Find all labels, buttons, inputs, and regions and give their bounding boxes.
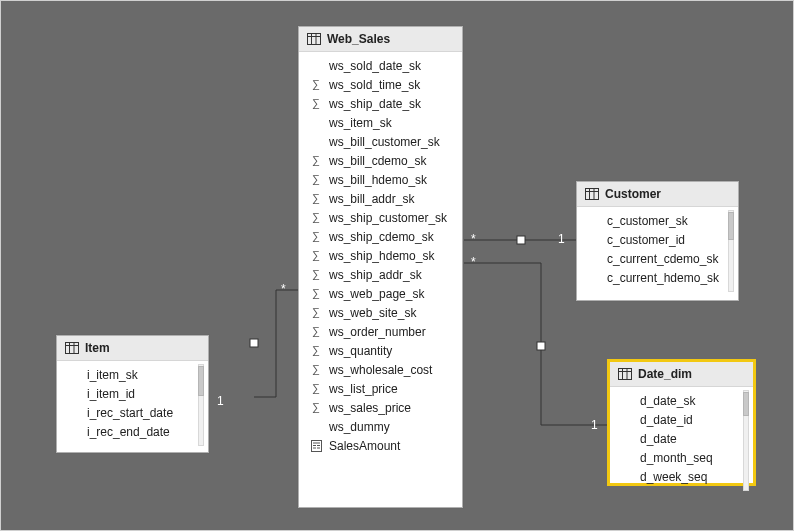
svg-rect-0 bbox=[66, 343, 79, 354]
table-title: Item bbox=[85, 341, 110, 355]
rel-handle-websales-datedim[interactable] bbox=[537, 342, 545, 350]
sigma-icon: ∑ bbox=[309, 98, 323, 109]
table-header-customer[interactable]: Customer bbox=[577, 182, 738, 207]
cardinality-one-customer: 1 bbox=[558, 232, 565, 246]
field-row[interactable]: d_date_id bbox=[610, 410, 753, 429]
field-row[interactable]: ∑ws_bill_hdemo_sk bbox=[299, 170, 462, 189]
field-name: d_date_id bbox=[640, 413, 693, 427]
field-row[interactable]: ws_item_sk bbox=[299, 113, 462, 132]
field-row[interactable]: ∑ws_quantity bbox=[299, 341, 462, 360]
field-row[interactable]: c_customer_sk bbox=[577, 211, 738, 230]
field-name: i_item_id bbox=[87, 387, 135, 401]
scrollbar[interactable] bbox=[196, 364, 206, 446]
table-customer[interactable]: Customer c_customer_skc_customer_idc_cur… bbox=[576, 181, 739, 301]
scrollbar[interactable] bbox=[726, 210, 736, 292]
field-name: ws_wholesale_cost bbox=[329, 363, 432, 377]
table-icon bbox=[618, 368, 632, 380]
field-row[interactable]: ws_dummy bbox=[299, 417, 462, 436]
table-title: Customer bbox=[605, 187, 661, 201]
field-name: ws_list_price bbox=[329, 382, 398, 396]
field-name: ws_ship_cdemo_sk bbox=[329, 230, 434, 244]
cardinality-many-date: * bbox=[471, 255, 476, 269]
rel-item-websales[interactable] bbox=[254, 290, 298, 397]
sigma-icon: ∑ bbox=[309, 307, 323, 318]
field-name: ws_sold_time_sk bbox=[329, 78, 420, 92]
sigma-icon: ∑ bbox=[309, 288, 323, 299]
table-web-sales[interactable]: Web_Sales ws_sold_date_sk∑ws_sold_time_s… bbox=[298, 26, 463, 508]
sigma-icon: ∑ bbox=[309, 193, 323, 204]
rel-handle-item-websales[interactable] bbox=[250, 339, 258, 347]
sigma-icon: ∑ bbox=[309, 155, 323, 166]
field-name: ws_ship_date_sk bbox=[329, 97, 421, 111]
field-row[interactable]: i_item_id bbox=[57, 384, 208, 403]
cardinality-many-customer: * bbox=[471, 232, 476, 246]
field-row[interactable]: ∑ws_ship_date_sk bbox=[299, 94, 462, 113]
table-body-date-dim: d_date_skd_date_idd_dated_month_seqd_wee… bbox=[610, 387, 753, 494]
field-row[interactable]: ∑ws_order_number bbox=[299, 322, 462, 341]
table-header-item[interactable]: Item bbox=[57, 336, 208, 361]
field-name: ws_bill_hdemo_sk bbox=[329, 173, 427, 187]
field-row[interactable]: ∑ws_wholesale_cost bbox=[299, 360, 462, 379]
table-item[interactable]: Item i_item_ski_item_idi_rec_start_datei… bbox=[56, 335, 209, 453]
sigma-icon: ∑ bbox=[309, 231, 323, 242]
field-name: c_current_hdemo_sk bbox=[607, 271, 719, 285]
rel-handle-websales-customer[interactable] bbox=[517, 236, 525, 244]
field-row[interactable]: c_current_cdemo_sk bbox=[577, 249, 738, 268]
field-name: ws_web_page_sk bbox=[329, 287, 424, 301]
scrollbar[interactable] bbox=[741, 390, 751, 491]
field-row[interactable]: ∑ws_list_price bbox=[299, 379, 462, 398]
cardinality-one-item: 1 bbox=[217, 394, 224, 408]
table-body-web-sales: ws_sold_date_sk∑ws_sold_time_sk∑ws_ship_… bbox=[299, 52, 462, 463]
field-row[interactable]: ∑ws_ship_addr_sk bbox=[299, 265, 462, 284]
field-row[interactable]: ∑ws_sales_price bbox=[299, 398, 462, 417]
calculator-icon bbox=[309, 440, 323, 452]
cardinality-many-item: * bbox=[281, 282, 286, 296]
field-row[interactable]: c_customer_id bbox=[577, 230, 738, 249]
svg-rect-4 bbox=[308, 34, 321, 45]
field-row[interactable]: i_item_sk bbox=[57, 365, 208, 384]
field-row[interactable]: i_rec_end_date bbox=[57, 422, 208, 441]
field-name: i_rec_start_date bbox=[87, 406, 173, 420]
sigma-icon: ∑ bbox=[309, 383, 323, 394]
field-name: d_week_seq bbox=[640, 470, 707, 484]
field-name: ws_item_sk bbox=[329, 116, 392, 130]
field-row[interactable]: d_week_seq bbox=[610, 467, 753, 486]
field-row[interactable]: ∑ws_sold_time_sk bbox=[299, 75, 462, 94]
sigma-icon: ∑ bbox=[309, 79, 323, 90]
table-body-item: i_item_ski_item_idi_rec_start_datei_rec_… bbox=[57, 361, 208, 449]
table-title: Web_Sales bbox=[327, 32, 390, 46]
sigma-icon: ∑ bbox=[309, 345, 323, 356]
field-row[interactable]: ∑ws_ship_hdemo_sk bbox=[299, 246, 462, 265]
table-date-dim[interactable]: Date_dim d_date_skd_date_idd_dated_month… bbox=[609, 361, 754, 484]
field-name: ws_ship_addr_sk bbox=[329, 268, 422, 282]
field-row[interactable]: ∑ws_bill_cdemo_sk bbox=[299, 151, 462, 170]
field-row[interactable]: i_rec_start_date bbox=[57, 403, 208, 422]
field-row[interactable]: d_date_sk bbox=[610, 391, 753, 410]
field-row[interactable]: SalesAmount bbox=[299, 436, 462, 455]
sigma-icon: ∑ bbox=[309, 364, 323, 375]
field-row[interactable]: ws_sold_date_sk bbox=[299, 56, 462, 75]
field-row[interactable]: ∑ws_web_site_sk bbox=[299, 303, 462, 322]
svg-rect-18 bbox=[619, 369, 632, 380]
table-header-web-sales[interactable]: Web_Sales bbox=[299, 27, 462, 52]
field-row[interactable]: ∑ws_ship_customer_sk bbox=[299, 208, 462, 227]
sigma-icon: ∑ bbox=[309, 250, 323, 261]
field-row[interactable]: d_month_seq bbox=[610, 448, 753, 467]
table-body-customer: c_customer_skc_customer_idc_current_cdem… bbox=[577, 207, 738, 295]
field-name: ws_web_site_sk bbox=[329, 306, 416, 320]
model-canvas[interactable]: * 1 * 1 * 1 Item i_item_ski_item_idi_rec… bbox=[0, 0, 794, 531]
sigma-icon: ∑ bbox=[309, 174, 323, 185]
table-icon bbox=[585, 188, 599, 200]
table-icon bbox=[307, 33, 321, 45]
field-row[interactable]: ∑ws_web_page_sk bbox=[299, 284, 462, 303]
field-row[interactable]: d_date bbox=[610, 429, 753, 448]
field-row[interactable]: ws_bill_customer_sk bbox=[299, 132, 462, 151]
field-name: ws_ship_hdemo_sk bbox=[329, 249, 434, 263]
table-header-date-dim[interactable]: Date_dim bbox=[610, 362, 753, 387]
field-row[interactable]: ∑ws_ship_cdemo_sk bbox=[299, 227, 462, 246]
svg-rect-14 bbox=[586, 189, 599, 200]
table-title: Date_dim bbox=[638, 367, 692, 381]
field-row[interactable]: ∑ws_bill_addr_sk bbox=[299, 189, 462, 208]
field-row[interactable]: c_current_hdemo_sk bbox=[577, 268, 738, 287]
field-name: d_date bbox=[640, 432, 677, 446]
